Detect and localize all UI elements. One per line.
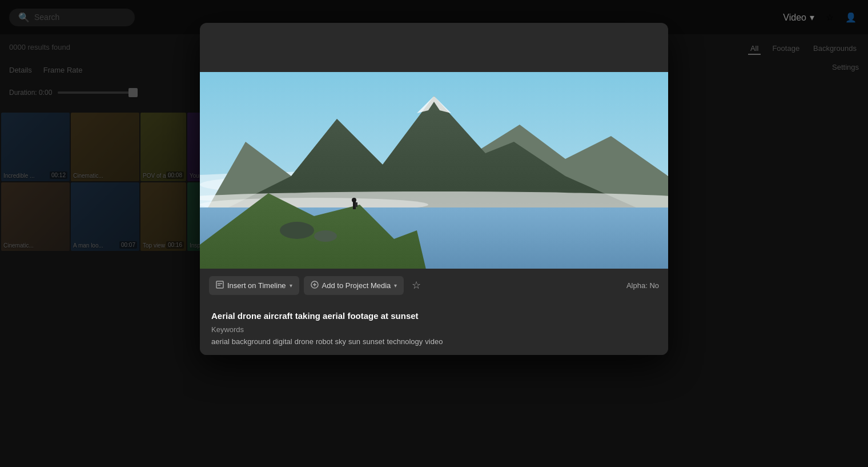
modal-toolbar: Insert on Timeline ▾ Add to Project Medi… <box>200 269 668 302</box>
keyword-video[interactable]: video <box>425 337 443 346</box>
keyword-aerial[interactable]: aerial <box>211 337 230 346</box>
modal-preview <box>200 23 668 269</box>
keyword-drone[interactable]: drone <box>295 337 314 346</box>
keyword-sunset[interactable]: sunset <box>363 337 384 346</box>
modal-overlay: Insert on Timeline ▾ Add to Project Medi… <box>0 0 868 467</box>
preview-image <box>200 72 668 269</box>
svg-point-11 <box>314 230 337 242</box>
svg-point-10 <box>280 222 314 239</box>
svg-point-13 <box>352 198 356 202</box>
add-media-label: Add to Project Media <box>322 281 391 290</box>
alpha-label: Alpha: No <box>626 281 659 290</box>
media-detail-modal: Insert on Timeline ▾ Add to Project Medi… <box>200 23 668 355</box>
insert-timeline-button[interactable]: Insert on Timeline ▾ <box>209 276 299 295</box>
timeline-icon <box>216 281 224 290</box>
modal-title: Aerial drone aircraft taking aerial foot… <box>211 311 657 321</box>
modal-info: Aerial drone aircraft taking aerial foot… <box>200 302 668 355</box>
keyword-sky[interactable]: sky <box>335 337 347 346</box>
svg-rect-15 <box>216 281 223 288</box>
svg-rect-14 <box>355 202 357 207</box>
keyword-technology[interactable]: technology <box>387 337 423 346</box>
keyword-background[interactable]: background <box>232 337 271 346</box>
add-to-project-media-button[interactable]: Add to Project Media ▾ <box>304 276 404 295</box>
keywords-label: Keywords <box>211 325 657 334</box>
keyword-sun[interactable]: sun <box>348 337 360 346</box>
circle-plus-icon <box>311 281 319 290</box>
add-media-chevron: ▾ <box>394 282 397 289</box>
favorite-button[interactable]: ☆ <box>408 276 424 295</box>
keyword-robot[interactable]: robot <box>316 337 333 346</box>
keywords-list: aerial background digital drone robot sk… <box>211 337 657 346</box>
insert-label: Insert on Timeline <box>227 281 286 290</box>
insert-chevron: ▾ <box>290 282 292 289</box>
keyword-digital[interactable]: digital <box>273 337 292 346</box>
